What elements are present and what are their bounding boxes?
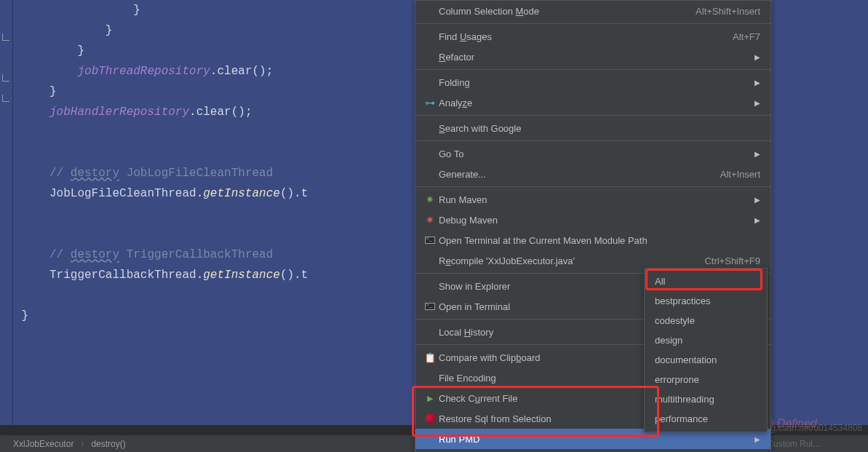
- editor-gutter: [0, 0, 13, 425]
- breadcrumb-class[interactable]: XxlJobExecutor: [13, 439, 73, 449]
- fold-mark-icon[interactable]: [2, 95, 9, 102]
- play-icon: ▶: [421, 394, 439, 403]
- menu-label: Compare with Clipboard: [439, 352, 540, 363]
- menu-shortcut: Alt+Shift+Insert: [696, 6, 760, 17]
- submenu-label: codestyle: [655, 315, 695, 326]
- menu-label: Go To: [439, 148, 749, 159]
- menu-label: Recompile 'XxlJobExecutor.java': [439, 255, 575, 266]
- watermark: Custom Rul…: [767, 439, 821, 449]
- breadcrumb-method[interactable]: destroy(): [91, 439, 125, 449]
- menu-shortcut: Alt+F7: [733, 31, 760, 42]
- submenu-label: All: [655, 276, 665, 287]
- menu-label: Search with Google: [439, 123, 521, 134]
- gear-icon: ✷: [421, 214, 439, 226]
- menu-label: Run Maven: [439, 194, 749, 205]
- submenu-label: bestpractices: [655, 296, 711, 306]
- menu-run-maven[interactable]: ✷ Run Maven ▶: [415, 189, 771, 210]
- submenu-label: design: [655, 335, 682, 346]
- submenu-design[interactable]: design: [645, 330, 767, 350]
- chevron-right-icon: ▶: [754, 53, 760, 61]
- terminal-icon: [421, 303, 439, 310]
- menu-label: Generate...: [439, 169, 720, 180]
- menu-separator: [415, 140, 771, 141]
- chevron-right-icon: ▶: [754, 79, 760, 87]
- menu-diagrams[interactable]: ▧ Diagrams ▶: [415, 449, 771, 452]
- submenu-label: documentation: [655, 354, 717, 365]
- chevron-right-icon: ▶: [754, 99, 760, 107]
- menu-open-terminal-path[interactable]: Open Terminal at the Current Maven Modul…: [415, 230, 771, 250]
- submenu-bestpractices[interactable]: bestpractices: [645, 291, 767, 311]
- menu-refactor[interactable]: Refactor ▶: [415, 47, 771, 67]
- submenu-errorprone[interactable]: errorprone: [645, 370, 767, 389]
- terminal-icon: [421, 237, 439, 244]
- menu-label: Folding: [439, 77, 749, 88]
- menu-generate[interactable]: Generate... Alt+Insert: [415, 164, 771, 184]
- chevron-right-icon: ▶: [754, 216, 760, 224]
- submenu-performance[interactable]: performance: [645, 409, 767, 429]
- menu-label: Analyze: [439, 98, 472, 108]
- submenu-label: multithreading: [655, 394, 714, 405]
- fold-mark-icon[interactable]: [2, 74, 9, 82]
- chevron-right-icon: ▶: [754, 150, 760, 158]
- chevron-right-icon: ▶: [754, 196, 760, 204]
- menu-shortcut: Alt+Insert: [720, 169, 760, 180]
- menu-label: Debug Maven: [439, 215, 749, 226]
- menu-label: Local History: [439, 327, 493, 338]
- analyze-icon: ⊶: [421, 97, 439, 108]
- menu-label: Find Usages: [439, 31, 492, 42]
- menu-label: Refactor: [439, 52, 474, 63]
- menu-label: Check Current File: [439, 393, 517, 404]
- menu-separator: [415, 69, 771, 70]
- menu-label: Run PMD: [439, 434, 749, 445]
- gear-icon: ✷: [421, 194, 439, 205]
- menu-column-selection[interactable]: Column Selection Mode Alt+Shift+Insert: [415, 1, 771, 21]
- menu-shortcut: Ctrl+Shift+F9: [704, 255, 760, 266]
- submenu-codestyle[interactable]: codestyle: [645, 311, 767, 330]
- chevron-right-icon: ▶: [754, 435, 760, 443]
- clipboard-icon: 📋: [421, 352, 439, 363]
- menu-separator: [415, 115, 771, 116]
- pmd-submenu: All bestpractices codestyle design docum…: [644, 268, 768, 432]
- submenu-all[interactable]: All: [645, 271, 767, 291]
- menu-find-usages[interactable]: Find Usages Alt+F7: [415, 26, 771, 47]
- menu-folding[interactable]: Folding ▶: [415, 72, 771, 92]
- menu-search-google[interactable]: Search with Google: [415, 118, 771, 138]
- submenu-label: errorprone: [655, 374, 699, 385]
- menu-separator: [415, 23, 771, 24]
- submenu-multithreading[interactable]: multithreading: [645, 389, 767, 409]
- pmd-icon: [421, 413, 439, 424]
- fold-mark-icon[interactable]: [2, 33, 9, 41]
- menu-label: Open Terminal at the Current Maven Modul…: [439, 235, 760, 246]
- menu-goto[interactable]: Go To ▶: [415, 143, 771, 164]
- submenu-label: performance: [655, 413, 708, 424]
- chevron-right-icon: ›: [81, 439, 84, 449]
- submenu-documentation[interactable]: documentation: [645, 350, 767, 370]
- menu-analyze[interactable]: ⊶ Analyze ▶: [415, 92, 771, 113]
- menu-label: Column Selection Mode: [439, 6, 539, 17]
- menu-separator: [415, 186, 771, 187]
- menu-debug-maven[interactable]: ✷ Debug Maven ▶: [415, 210, 771, 230]
